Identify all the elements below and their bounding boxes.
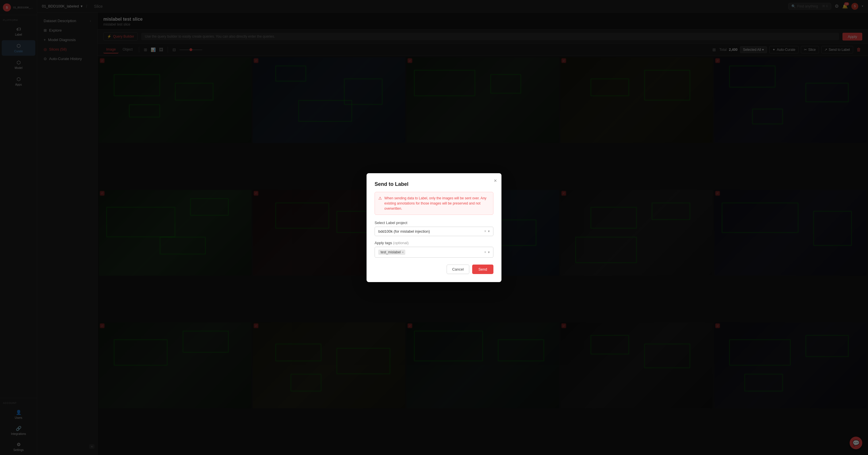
tags-clear-icon[interactable]: × [484,250,486,254]
label-project-selector[interactable]: bdd100k (for mislabel injection) × ▾ [375,227,493,236]
send-button[interactable]: Send [472,264,493,274]
warning-icon: ⚠ [378,196,382,200]
dropdown-chevron-icon[interactable]: ▾ [488,229,490,233]
modal-overlay[interactable]: Send to Label × ⚠ When sending data to L… [0,0,868,455]
warning-text: When sending data to Label, only the ima… [384,196,490,211]
select-label-project-label: Select Label project [375,221,493,225]
apply-tags-field: Apply tags (optional) test_mislabel × × … [375,241,493,258]
modal-title: Send to Label [375,181,493,187]
apply-tags-label: Apply tags (optional) [375,241,493,245]
selected-project-value: bdd100k (for mislabel injection) [378,229,430,233]
tags-chevron-icon[interactable]: ▾ [488,250,490,254]
select-icons: × ▾ [484,229,490,233]
modal-close-button[interactable]: × [494,178,497,184]
optional-label: (optional) [393,241,408,245]
clear-icon[interactable]: × [484,229,486,233]
tag-chip: test_mislabel × [378,250,405,255]
tag-value: test_mislabel [381,250,401,254]
modal-warning-box: ⚠ When sending data to Label, only the i… [375,192,493,215]
cancel-button[interactable]: Cancel [446,264,469,274]
tags-select-icons: × ▾ [484,250,490,254]
tags-input[interactable]: test_mislabel × × ▾ [375,247,493,258]
modal-actions: Cancel Send [375,264,493,274]
select-label-project-field: Select Label project bdd100k (for mislab… [375,221,493,236]
tag-remove-button[interactable]: × [402,251,404,254]
send-to-label-modal: Send to Label × ⚠ When sending data to L… [367,173,501,282]
apply-tags-label-text: Apply tags [375,241,392,245]
